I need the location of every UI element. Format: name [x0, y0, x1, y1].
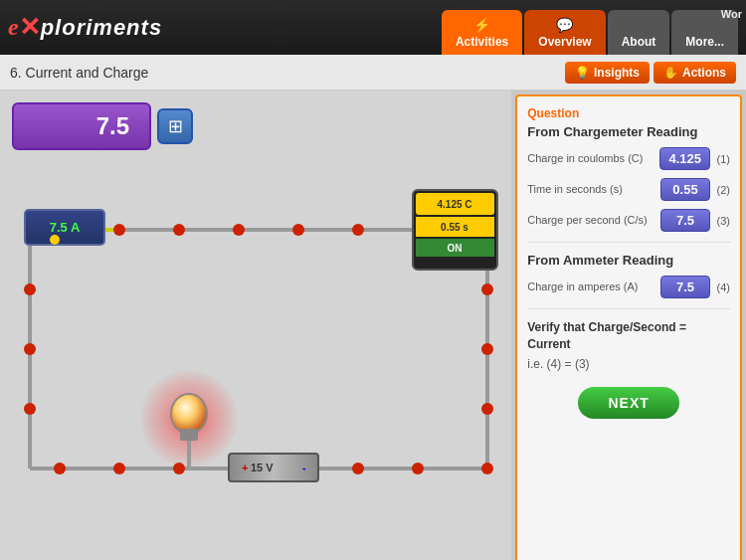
activities-label: Activities — [456, 35, 508, 49]
about-label: About — [622, 35, 656, 49]
svg-point-29 — [50, 235, 60, 245]
svg-point-20 — [481, 463, 493, 474]
insights-label: Insights — [594, 66, 640, 80]
charge-coulombs-num: (1) — [714, 153, 730, 165]
svg-point-10 — [352, 224, 364, 236]
charge-coulombs-row: Charge in coulombs (C) 4.125 (1) — [527, 147, 730, 170]
next-button[interactable]: NEXT — [578, 387, 678, 419]
action-buttons: 💡 Insights ✋ Actions — [565, 62, 736, 84]
svg-text:0.55 s: 0.55 s — [441, 222, 468, 233]
calc-icon: ⊞ — [168, 115, 183, 137]
calc-display: 7.5 ⊞ — [12, 102, 193, 150]
nav-tabs: ⚡ Activities 💬 Overview About More... — [442, 0, 738, 55]
svg-point-23 — [24, 403, 36, 415]
charge-coulombs-value: 4.125 — [659, 147, 710, 170]
page-title: 6. Current and Charge — [10, 65, 148, 81]
svg-point-21 — [24, 283, 36, 295]
charge-amperes-row: Charge in amperes (A) 7.5 (4) — [527, 276, 730, 298]
time-seconds-label: Time in seconds (s) — [527, 182, 656, 196]
svg-point-25 — [481, 343, 493, 355]
svg-point-9 — [292, 224, 304, 236]
more-label: More... — [685, 35, 724, 49]
svg-text:7.5 A: 7.5 A — [50, 220, 81, 235]
question-label: Question — [527, 106, 730, 120]
subheader: 6. Current and Charge 💡 Insights ✋ Actio… — [0, 55, 746, 91]
svg-text:4.125 C: 4.125 C — [437, 199, 471, 210]
section-divider — [527, 242, 730, 243]
from-ammeter-title: From Ammeter Reading — [527, 253, 730, 268]
svg-point-38 — [171, 394, 207, 434]
from-chargemeter-title: From Chargemeter Reading — [527, 124, 730, 139]
actions-label: Actions — [682, 66, 726, 80]
nav-tab-activities[interactable]: ⚡ Activities — [442, 10, 522, 55]
time-seconds-num: (2) — [714, 184, 730, 196]
charge-per-second-label: Charge per second (C/s) — [527, 213, 656, 227]
logo-text: ploriments — [41, 15, 162, 41]
overview-label: Overview — [538, 35, 591, 49]
circuit-area: 7.5 ⊞ — [0, 91, 511, 560]
svg-point-7 — [173, 224, 185, 236]
circuit-svg: 7.5 A 4.125 C 0.55 s ON — [0, 160, 517, 548]
charge-coulombs-label: Charge in coulombs (C) — [527, 151, 655, 165]
calc-icon-button[interactable]: ⊞ — [157, 108, 193, 144]
right-panel: Question From Chargemeter Reading Charge… — [515, 94, 742, 560]
nav-tab-overview[interactable]: 💬 Overview — [524, 10, 605, 55]
logo: e ✕ ploriments — [8, 12, 162, 43]
actions-button[interactable]: ✋ Actions — [653, 62, 736, 84]
charge-amperes-value: 7.5 — [660, 276, 710, 298]
nav-tab-about[interactable]: About — [608, 10, 670, 55]
svg-point-8 — [233, 224, 245, 236]
svg-text:-: - — [302, 462, 306, 473]
insights-icon: 💡 — [575, 66, 590, 80]
word-label: Wor — [721, 8, 742, 20]
insights-button[interactable]: 💡 Insights — [565, 62, 650, 84]
svg-rect-39 — [180, 429, 198, 441]
svg-point-22 — [24, 343, 36, 355]
verify-title: Verify that Charge/Second = Current — [527, 319, 730, 353]
main: 7.5 ⊞ — [0, 91, 746, 560]
svg-text:+: + — [242, 462, 248, 473]
svg-text:ON: ON — [448, 243, 463, 254]
svg-point-26 — [481, 403, 493, 415]
svg-point-13 — [54, 463, 66, 474]
section-divider-2 — [527, 308, 730, 309]
header: e ✕ ploriments ⚡ Activities 💬 Overview A… — [0, 0, 746, 55]
activities-icon: ⚡ — [473, 17, 490, 33]
time-seconds-row: Time in seconds (s) 0.55 (2) — [527, 178, 730, 201]
svg-point-18 — [352, 463, 364, 474]
charge-per-second-value: 7.5 — [660, 209, 710, 232]
calc-value: 7.5 — [96, 112, 129, 139]
charge-amperes-label: Charge in amperes (A) — [527, 280, 656, 293]
svg-point-6 — [113, 224, 125, 236]
svg-text:15 V: 15 V — [251, 462, 274, 473]
verify-sub: i.e. (4) = (3) — [527, 357, 730, 371]
calc-value-box: 7.5 — [12, 102, 151, 150]
time-seconds-value: 0.55 — [660, 178, 710, 201]
charge-per-second-num: (3) — [714, 215, 730, 227]
charge-amperes-num: (4) — [714, 281, 730, 293]
actions-icon: ✋ — [663, 66, 678, 80]
overview-icon: 💬 — [556, 17, 573, 33]
svg-point-14 — [113, 463, 125, 474]
svg-point-24 — [481, 283, 493, 295]
svg-point-19 — [412, 463, 424, 474]
charge-per-second-row: Charge per second (C/s) 7.5 (3) — [527, 209, 730, 232]
logo-x: ✕ — [19, 12, 41, 43]
logo-e: e — [8, 14, 19, 41]
